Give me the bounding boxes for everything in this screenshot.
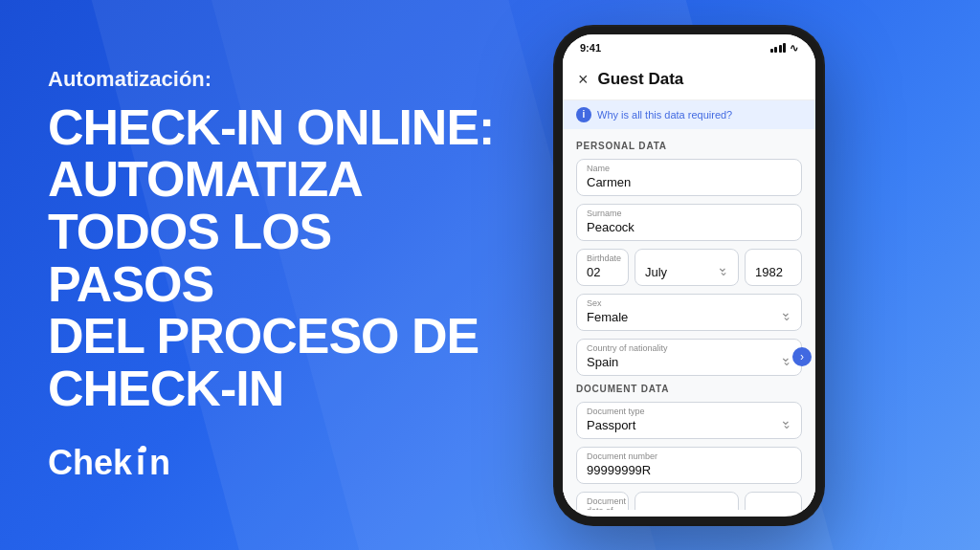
phone-mockup: 9:41 ∿ × Guest Data (555, 27, 823, 524)
app-content: × Guest Data i Why is all this data requ… (563, 58, 815, 510)
logo-text: Chek (48, 443, 132, 483)
chevron-down-icon: ⌄ (719, 265, 728, 278)
doc-issue-field-group: Document date of issue 01 January ⌄ (576, 492, 802, 510)
doc-type-field[interactable]: Document type Passport ⌄ (576, 402, 802, 439)
country-label: Country of nationality (587, 343, 668, 353)
name-value: Carmen (587, 175, 791, 189)
left-panel: Automatización: CHECK-IN ONLINE: AUTOMAT… (0, 29, 555, 522)
doc-number-field-group: Document number 99999999R (576, 447, 802, 484)
logo-area: Chek i n (48, 443, 507, 483)
wifi-icon: ∿ (790, 42, 798, 55)
nav-next-button[interactable]: › (792, 347, 812, 366)
close-icon[interactable]: × (578, 70, 589, 90)
country-field[interactable]: Country of nationality Spain ⌄ (576, 339, 802, 376)
birthdate-day-value: 02 (587, 265, 618, 279)
birthdate-year-value: 1982 (755, 265, 791, 279)
document-data-label: DOCUMENT DATA (576, 384, 802, 394)
surname-value: Peacock (587, 220, 791, 234)
status-bar: 9:41 ∿ (563, 34, 815, 58)
doc-issue-label: Document date of issue (587, 496, 628, 510)
form-area: PERSONAL DATA Name Carmen Surname Peacoc… (563, 129, 815, 510)
info-banner[interactable]: i Why is all this data required? (563, 100, 815, 129)
birthdate-row: Birthdate 02 July ⌄ (576, 249, 802, 286)
doc-issue-year-field[interactable]: 2015 (745, 492, 802, 510)
doc-issue-year-value: 2015 (755, 508, 791, 510)
doc-type-value: Passport ⌄ (587, 418, 791, 432)
birthdate-label: Birthdate (587, 253, 621, 263)
name-label: Name (587, 164, 610, 173)
page-background: Automatización: CHECK-IN ONLINE: AUTOMAT… (0, 0, 980, 550)
doc-issue-month-label (645, 496, 648, 506)
sex-field[interactable]: Sex Female ⌄ (576, 294, 802, 331)
doc-issue-day-field[interactable]: Document date of issue 01 (576, 492, 629, 510)
info-icon: i (576, 107, 591, 122)
app-header: × Guest Data (563, 58, 815, 100)
country-chevron-icon: ⌄ (782, 355, 791, 368)
sex-field-group: Sex Female ⌄ (576, 294, 802, 331)
birthdate-month-value: July ⌄ (645, 265, 728, 279)
birthdate-month-field[interactable]: July ⌄ (635, 249, 739, 286)
main-title: CHECK-IN ONLINE: AUTOMATIZA TODOS LOS PA… (48, 101, 507, 415)
info-text: Why is all this data required? (597, 109, 732, 121)
doc-type-chevron-icon: ⌄ (782, 418, 791, 431)
sex-value: Female ⌄ (587, 310, 791, 324)
birthdate-year-field[interactable]: 1982 (745, 249, 802, 286)
subtitle: Automatización: (48, 67, 507, 92)
personal-data-label: PERSONAL DATA (576, 141, 802, 151)
birthdate-day-field[interactable]: Birthdate 02 (576, 249, 629, 286)
name-field-group: Name Carmen (576, 159, 802, 196)
logo-letter-i: i (136, 443, 145, 483)
phone-body: 9:41 ∿ × Guest Data (555, 27, 823, 524)
doc-number-label: Document number (587, 451, 657, 461)
birthdate-year-label (755, 253, 758, 263)
doc-issue-month-value: January ⌄ (645, 508, 728, 510)
surname-field[interactable]: Surname Peacock (576, 204, 802, 241)
doc-issue-year-label (755, 496, 758, 506)
sex-label: Sex (587, 298, 602, 308)
doc-number-field[interactable]: Document number 99999999R (576, 447, 802, 484)
sex-chevron-icon: ⌄ (782, 310, 791, 323)
doc-number-value: 99999999R (587, 463, 791, 477)
country-field-group: Country of nationality Spain ⌄ › (576, 339, 802, 376)
time-display: 9:41 (580, 42, 601, 54)
country-value: Spain ⌄ (587, 355, 791, 369)
doc-type-field-group: Document type Passport ⌄ (576, 402, 802, 439)
status-icons: ∿ (770, 42, 799, 55)
name-field[interactable]: Name Carmen (576, 159, 802, 196)
app-title: Guest Data (598, 70, 684, 89)
doc-month-chevron-icon: ⌄ (719, 508, 728, 510)
nav-arrow-icon: › (800, 350, 804, 363)
doc-issue-month-field[interactable]: January ⌄ (635, 492, 739, 510)
birthdate-month-label (645, 253, 648, 263)
doc-type-label: Document type (587, 407, 645, 416)
surname-label: Surname (587, 209, 622, 218)
doc-issue-row: Document date of issue 01 January ⌄ (576, 492, 802, 510)
logo-text-2: n (149, 443, 170, 483)
surname-field-group: Surname Peacock (576, 204, 802, 241)
document-data-section: DOCUMENT DATA Document type Passport ⌄ (576, 384, 802, 510)
signal-icon (770, 43, 787, 53)
birthdate-field-group: Birthdate 02 July ⌄ (576, 249, 802, 286)
